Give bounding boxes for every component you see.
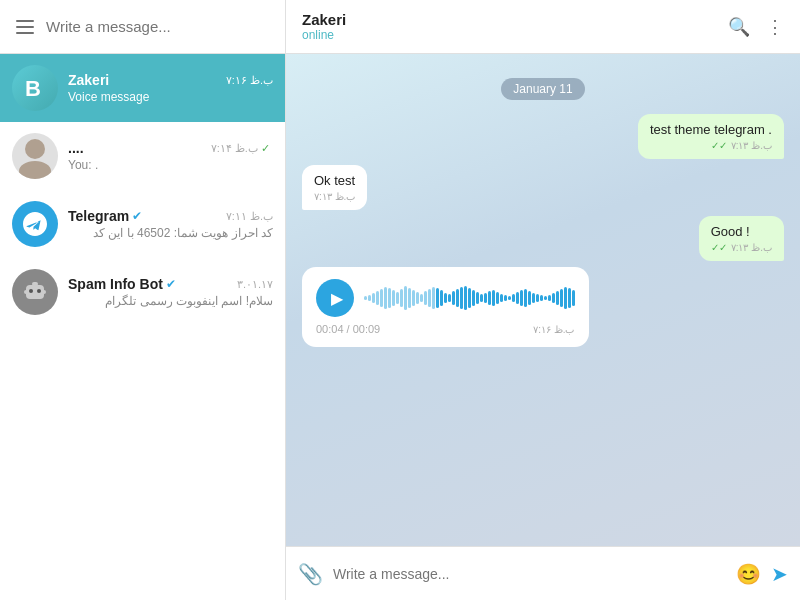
emoji-icon[interactable]: 😊 [736, 562, 761, 586]
voice-footer: 00:04 / 00:09 ب.ظ ۷:۱۶ [316, 323, 575, 335]
chat-preview-telegram: کد احراز هویت شما: 46502 با این کد [68, 226, 273, 240]
waveform [364, 284, 575, 312]
svg-rect-6 [32, 282, 38, 286]
chat-preview-zakeri: Voice message [68, 90, 273, 104]
chat-time-spam-bot: ۳.۰۱.۱۷ [237, 278, 273, 291]
chat-header-actions: 🔍 ⋮ [728, 16, 784, 38]
chat-time-dots: ✓ ب.ظ ۷:۱۴ [211, 142, 273, 155]
check-icon-dots: ✓ [261, 142, 270, 154]
bubble-meta-2: ب.ظ ۷:۱۳ [314, 191, 355, 202]
double-check-1: ✓✓ [711, 140, 727, 151]
chat-info-dots: .... ✓ ب.ظ ۷:۱۴ You: . [68, 140, 273, 172]
svg-point-5 [37, 289, 41, 293]
voice-controls: ▶ [316, 279, 575, 317]
chat-item-dots[interactable]: .... ✓ ب.ظ ۷:۱۴ You: . [0, 122, 285, 190]
date-badge: January 11 [501, 78, 584, 100]
chat-name-spam-bot: Spam Info Bot [68, 276, 163, 292]
chat-preview-spam-bot: سلام! اسم اینفوبوت رسمی تلگرام [68, 294, 273, 308]
message-row-1: test theme telegram . ✓✓ ب.ظ ۷:۱۳ [302, 114, 784, 159]
svg-point-2 [19, 161, 51, 179]
chat-item-zakeri[interactable]: B Zakeri ب.ظ ۷:۱۶ Voice message [0, 54, 285, 122]
chat-preview-dots: You: . [68, 158, 273, 172]
chat-header-info: Zakeri online [302, 11, 346, 42]
message-row-voice: ▶ 00:04 / 00:09 ب.ظ ۷:۱۶ [302, 267, 784, 347]
verified-icon-spam-bot: ✔ [166, 277, 176, 291]
message-input[interactable] [333, 566, 726, 582]
sidebar: B Zakeri ب.ظ ۷:۱۶ Voice message .... ✓ ب… [0, 0, 286, 600]
message-row-2: Ok test ب.ظ ۷:۱۳ [302, 165, 784, 210]
avatar-telegram [12, 201, 58, 247]
chat-input-area: 📎 😊 ➤ [286, 546, 800, 600]
verified-icon-telegram: ✔ [132, 209, 142, 223]
voice-bubble: ▶ 00:04 / 00:09 ب.ظ ۷:۱۶ [302, 267, 589, 347]
chat-name-telegram: Telegram [68, 208, 129, 224]
messages-area: January 11 test theme telegram . ✓✓ ب.ظ … [286, 54, 800, 546]
svg-point-8 [42, 290, 46, 294]
bubble-1: test theme telegram . ✓✓ ب.ظ ۷:۱۳ [638, 114, 784, 159]
chat-time-zakeri: ب.ظ ۷:۱۶ [226, 74, 273, 87]
sidebar-header [0, 0, 285, 54]
play-icon: ▶ [331, 289, 343, 308]
avatar-zakeri: B [12, 65, 58, 111]
search-button[interactable]: 🔍 [728, 16, 750, 38]
bubble-3: Good ! ✓✓ ب.ظ ۷:۱۳ [699, 216, 784, 261]
chat-info-telegram: Telegram ✔ ب.ظ ۷:۱۱ کد احراز هویت شما: 4… [68, 208, 273, 240]
search-input-wrap[interactable] [46, 18, 269, 36]
play-button[interactable]: ▶ [316, 279, 354, 317]
bubble-time-2: ب.ظ ۷:۱۳ [314, 191, 355, 202]
svg-point-4 [29, 289, 33, 293]
search-input[interactable] [46, 18, 269, 35]
svg-point-7 [24, 290, 28, 294]
bubble-time-3: ب.ظ ۷:۱۳ [731, 242, 772, 253]
attach-icon[interactable]: 📎 [298, 562, 323, 586]
bubble-meta-1: ✓✓ ب.ظ ۷:۱۳ [650, 140, 772, 151]
svg-rect-3 [26, 285, 44, 299]
bubble-meta-3: ✓✓ ب.ظ ۷:۱۳ [711, 242, 772, 253]
chat-name-dots: .... [68, 140, 84, 156]
chat-header-status: online [302, 28, 346, 42]
send-icon[interactable]: ➤ [771, 562, 788, 586]
chat-item-telegram[interactable]: Telegram ✔ ب.ظ ۷:۱۱ کد احراز هویت شما: 4… [0, 190, 285, 258]
bubble-text-3: Good ! [711, 224, 772, 239]
more-options-button[interactable]: ⋮ [766, 16, 784, 38]
svg-text:B: B [25, 76, 41, 101]
message-row-3: Good ! ✓✓ ب.ظ ۷:۱۳ [302, 216, 784, 261]
voice-time: ب.ظ ۷:۱۶ [533, 324, 574, 335]
chat-item-spam-bot[interactable]: Spam Info Bot ✔ ۳.۰۱.۱۷ سلام! اسم اینفوب… [0, 258, 285, 326]
hamburger-icon[interactable] [16, 20, 34, 34]
double-check-3: ✓✓ [711, 242, 727, 253]
chat-name-zakeri: Zakeri [68, 72, 109, 88]
voice-duration: 00:04 / 00:09 [316, 323, 380, 335]
bubble-text-1: test theme telegram . [650, 122, 772, 137]
avatar-spam-bot [12, 269, 58, 315]
avatar-dots [12, 133, 58, 179]
bubble-text-2: Ok test [314, 173, 355, 188]
chat-header: Zakeri online 🔍 ⋮ [286, 0, 800, 54]
svg-point-1 [25, 139, 45, 159]
chat-info-zakeri: Zakeri ب.ظ ۷:۱۶ Voice message [68, 72, 273, 104]
chat-main: Zakeri online 🔍 ⋮ January 11 test theme … [286, 0, 800, 600]
bubble-2: Ok test ب.ظ ۷:۱۳ [302, 165, 367, 210]
bubble-time-1: ب.ظ ۷:۱۳ [731, 140, 772, 151]
chat-time-telegram: ب.ظ ۷:۱۱ [226, 210, 273, 223]
chat-info-spam-bot: Spam Info Bot ✔ ۳.۰۱.۱۷ سلام! اسم اینفوب… [68, 276, 273, 308]
chat-header-name: Zakeri [302, 11, 346, 28]
